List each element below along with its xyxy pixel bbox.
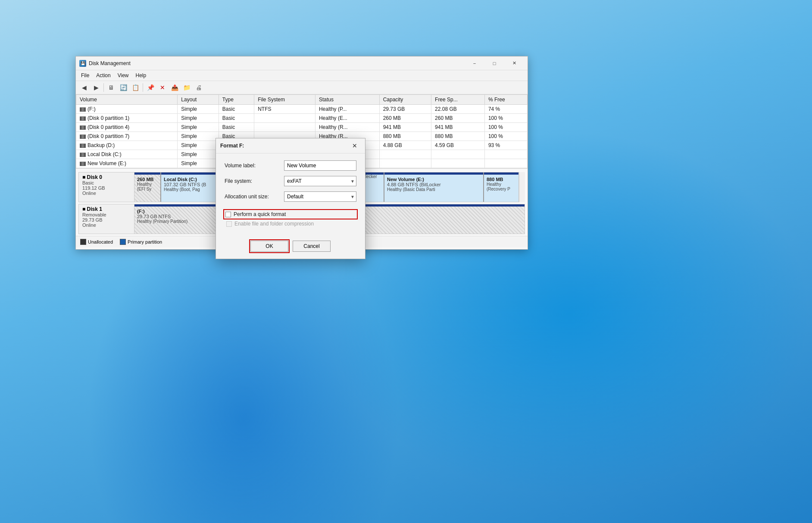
- disk0-type: Basic: [82, 180, 131, 185]
- dialog-title: Format F:: [220, 143, 244, 149]
- file-system-select[interactable]: exFAT NTFS FAT32: [284, 176, 356, 186]
- back-button[interactable]: ◀: [78, 82, 90, 93]
- forward-button[interactable]: ▶: [91, 82, 102, 93]
- toolbar: ◀ ▶ 🖥 🔄 📋 📌 ✕ 📤 📁 🖨: [76, 81, 528, 94]
- ok-button[interactable]: OK: [250, 241, 288, 252]
- menu-bar: File Action View Help: [76, 70, 528, 81]
- refresh-button[interactable]: 🔄: [118, 82, 129, 93]
- scrollbar-v[interactable]: [519, 172, 525, 202]
- dialog-title-bar: Format F: ✕: [216, 138, 365, 153]
- col-filesystem[interactable]: File System: [254, 95, 315, 105]
- toolbar-separator-2: [143, 83, 143, 92]
- open-button[interactable]: 📁: [181, 82, 192, 93]
- disk1-label: ■ Disk 1 Removable 29.73 GB Online: [78, 204, 134, 234]
- table-row[interactable]: (F:) Simple Basic NTFS Healthy (P... 29.…: [76, 105, 528, 114]
- legend-primary-icon: [120, 239, 126, 245]
- disk1-type: Removable: [82, 212, 131, 217]
- disk1-name: ■ Disk 1: [82, 206, 131, 212]
- quick-format-row: Perform a quick format: [225, 210, 356, 218]
- minimize-button[interactable]: −: [465, 56, 484, 70]
- menu-action[interactable]: Action: [93, 71, 114, 80]
- legend-unallocated-label: Unallocated: [88, 239, 113, 244]
- file-system-row: File system: exFAT NTFS FAT32 ▼: [225, 176, 356, 186]
- disk0-label: ■ Disk 0 Basic 119.12 GB Online: [78, 172, 134, 202]
- col-status[interactable]: Status: [315, 95, 379, 105]
- col-capacity[interactable]: Capacity: [379, 95, 431, 105]
- quick-format-label: Perform a quick format: [234, 211, 286, 217]
- vol-name: (Disk 0 partition 7): [76, 132, 178, 141]
- disk0-partition-recovery[interactable]: 880 MB Healthy (Recovery P: [484, 172, 518, 202]
- quick-format-checkbox[interactable]: [225, 212, 231, 217]
- title-bar: 💾 Disk Management − □ ✕: [76, 56, 528, 70]
- compression-label: Enable file and folder compression: [234, 221, 314, 227]
- dialog-buttons: OK Cancel: [216, 236, 365, 259]
- col-pctfree[interactable]: % Free: [484, 95, 527, 105]
- table-row[interactable]: (Disk 0 partition 1) Simple Basic Health…: [76, 114, 528, 123]
- alloc-unit-row: Allocation unit size: Default 512 1024 2…: [225, 191, 356, 202]
- compression-row: Enable file and folder compression: [226, 221, 356, 227]
- delete-button[interactable]: ✕: [157, 82, 168, 93]
- disk1-size: 29.73 GB: [82, 217, 131, 222]
- info-button[interactable]: 🖨: [193, 82, 204, 93]
- disk0-status: Online: [82, 191, 131, 196]
- disk0-name: ■ Disk 0: [82, 174, 131, 180]
- legend-primary-label: Primary partition: [128, 239, 162, 244]
- vol-name: New Volume (E:): [76, 159, 178, 168]
- disk0-partition-e[interactable]: New Volume (E:) 4.88 GB NTFS (BitLocker …: [384, 172, 484, 202]
- vol-name: (Disk 0 partition 1): [76, 114, 178, 123]
- pin-button[interactable]: 📌: [145, 82, 156, 93]
- cancel-button[interactable]: Cancel: [293, 241, 331, 252]
- volume-label-row: Volume label:: [225, 160, 356, 171]
- file-system-wrap: exFAT NTFS FAT32 ▼: [284, 176, 356, 186]
- window-title: Disk Management: [89, 60, 465, 66]
- window-icon: 💾: [79, 60, 86, 67]
- disk0-size: 119.12 GB: [82, 185, 131, 191]
- vol-name: (F:): [76, 105, 178, 114]
- vol-name: Backup (D:): [76, 141, 178, 150]
- vol-name: Local Disk (C:): [76, 150, 178, 159]
- alloc-unit-wrap: Default 512 1024 2048 4096 ▼: [284, 191, 356, 202]
- col-freespace[interactable]: Free Sp...: [431, 95, 485, 105]
- close-button[interactable]: ✕: [504, 56, 524, 70]
- export-button[interactable]: 📤: [169, 82, 180, 93]
- disk0-partition-efi[interactable]: 260 MB Healthy (EFI Sy: [134, 172, 161, 202]
- dialog-close-button[interactable]: ✕: [349, 141, 361, 150]
- toolbar-separator-1: [103, 83, 104, 92]
- menu-file[interactable]: File: [78, 71, 93, 80]
- help-button[interactable]: 📋: [130, 82, 141, 93]
- vol-name: (Disk 0 partition 4): [76, 123, 178, 132]
- col-type[interactable]: Type: [219, 95, 254, 105]
- maximize-button[interactable]: □: [484, 56, 504, 70]
- table-row[interactable]: (Disk 0 partition 4) Simple Basic Health…: [76, 123, 528, 132]
- dialog-body: Volume label: File system: exFAT NTFS FA…: [216, 153, 365, 236]
- window-controls: − □ ✕: [465, 56, 524, 70]
- alloc-unit-lbl: Allocation unit size:: [225, 194, 281, 200]
- properties-button[interactable]: 🖥: [106, 82, 117, 93]
- col-volume[interactable]: Volume: [76, 95, 178, 105]
- legend-unallocated-icon: [80, 239, 86, 245]
- format-dialog: Format F: ✕ Volume label: File system: e…: [215, 138, 365, 259]
- menu-help[interactable]: Help: [132, 71, 150, 80]
- legend-unallocated: Unallocated: [80, 239, 113, 245]
- file-system-lbl: File system:: [225, 178, 281, 184]
- volume-label-lbl: Volume label:: [225, 163, 281, 169]
- volume-label-input[interactable]: [284, 160, 356, 171]
- legend-primary: Primary partition: [120, 239, 162, 245]
- col-layout[interactable]: Layout: [178, 95, 219, 105]
- menu-view[interactable]: View: [114, 71, 132, 80]
- disk1-status: Online: [82, 222, 131, 228]
- alloc-unit-select[interactable]: Default 512 1024 2048 4096: [284, 191, 356, 202]
- compression-checkbox[interactable]: [226, 221, 232, 227]
